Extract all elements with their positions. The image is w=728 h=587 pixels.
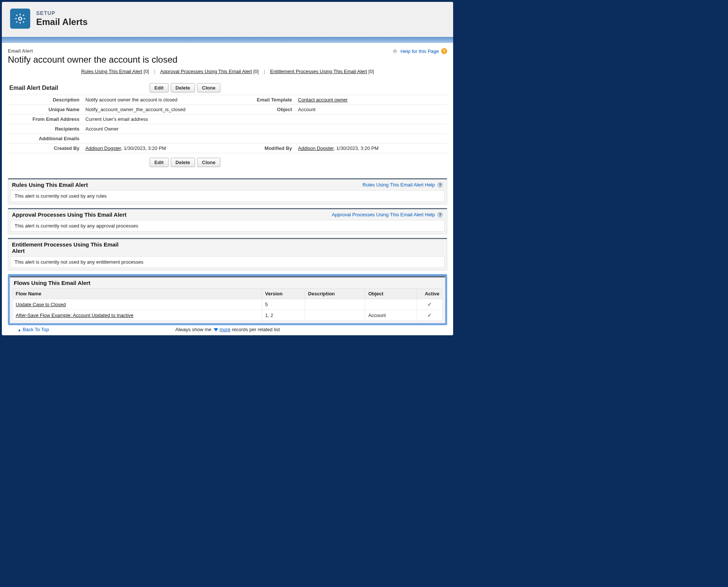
record-caption: Email Alert xyxy=(8,48,178,54)
page-title: Email Alerts xyxy=(36,17,88,27)
flows-highlight-frame: Flows Using This Email Alert Flow Name V… xyxy=(8,274,447,325)
delete-button[interactable]: Delete xyxy=(171,83,195,92)
back-to-top-link[interactable]: Back To Top xyxy=(23,327,49,332)
additional-emails-label: Additional Emails xyxy=(8,134,82,144)
modified-by-user-link[interactable]: Addison Dogster xyxy=(298,145,333,151)
modified-by-label: Modified By xyxy=(220,144,295,153)
setup-gear-icon xyxy=(10,9,30,29)
related-rules-title: Rules Using This Email Alert xyxy=(12,182,88,188)
detail-header: Email Alert Detail xyxy=(8,85,150,91)
content-area: Email Alert Notify account owner the acc… xyxy=(2,43,453,335)
anchor-rules-count: [0] xyxy=(144,69,149,74)
table-row: Update Case to Closed 5 ✓ xyxy=(13,299,443,310)
object-label: Object xyxy=(220,105,295,114)
back-to-top-icon: ▲ xyxy=(18,328,21,332)
related-entitlement-msg: This alert is currently not used by any … xyxy=(10,256,445,268)
anchor-approval[interactable]: Approval Processes Using This Email Aler… xyxy=(160,69,252,74)
clone-button-bottom[interactable]: Clone xyxy=(197,158,220,167)
clone-button[interactable]: Clone xyxy=(197,83,220,92)
col-object[interactable]: Object xyxy=(365,289,417,299)
flow-active-check: ✓ xyxy=(417,310,442,321)
description-value: Notify account owner the account is clos… xyxy=(82,95,220,105)
edit-button[interactable]: Edit xyxy=(150,83,169,92)
flow-object: Account xyxy=(365,310,417,321)
table-row: After-Save Flow Example: Account Updated… xyxy=(13,310,443,321)
flow-name-link[interactable]: Update Case to Closed xyxy=(16,302,66,307)
setup-label: SETUP xyxy=(36,10,88,16)
page-header: SETUP Email Alerts xyxy=(2,2,453,37)
delete-button-bottom[interactable]: Delete xyxy=(171,158,195,167)
related-rules-help-link[interactable]: Rules Using This Email Alert Help xyxy=(363,182,435,188)
col-active[interactable]: Active xyxy=(417,289,442,299)
related-entitlement-title: Entitlement Processes Using This Email A… xyxy=(12,241,131,254)
related-approval-msg: This alert is currently not used by any … xyxy=(10,220,445,232)
help-icon[interactable]: ? xyxy=(437,182,443,188)
recipients-label: Recipients xyxy=(8,124,82,134)
created-by-date: , 1/30/2023, 3:20 PM xyxy=(121,145,166,151)
help-icon[interactable]: ? xyxy=(441,48,447,54)
related-approval-help-link[interactable]: Approval Processes Using This Email Aler… xyxy=(332,212,435,217)
related-rules-msg: This alert is currently not used by any … xyxy=(10,190,445,202)
modified-by-date: , 1/30/2023, 3:20 PM xyxy=(333,145,379,151)
flow-description xyxy=(305,299,365,310)
col-description[interactable]: Description xyxy=(305,289,365,299)
app-shell: SETUP Email Alerts Email Alert Notify ac… xyxy=(2,2,453,335)
flows-title: Flows Using This Email Alert xyxy=(14,280,90,286)
edit-button-bottom[interactable]: Edit xyxy=(150,158,169,167)
header-gradient xyxy=(2,37,453,43)
related-rules: Rules Using This Email Alert Rules Using… xyxy=(8,178,447,204)
col-flow-name[interactable]: Flow Name xyxy=(13,289,262,299)
created-by-user-link[interactable]: Addison Dogster xyxy=(85,145,121,151)
flow-object xyxy=(365,299,417,310)
page-help-link[interactable]: Help for this Page xyxy=(401,48,439,54)
unique-name-label: Unique Name xyxy=(8,105,82,114)
more-records-link[interactable]: more xyxy=(219,327,230,332)
recipients-value: Account Owner xyxy=(82,124,220,134)
email-template-link[interactable]: Contact account owner xyxy=(298,97,348,103)
object-value: Account xyxy=(295,105,447,114)
related-approval: Approval Processes Using This Email Aler… xyxy=(8,208,447,234)
related-approval-title: Approval Processes Using This Email Aler… xyxy=(12,211,126,218)
from-email-label: From Email Address xyxy=(8,114,82,124)
anchor-rules[interactable]: Rules Using This Email Alert xyxy=(81,69,142,74)
anchor-entitlement[interactable]: Entitlement Processes Using This Email A… xyxy=(270,69,367,74)
flow-version: 1, 2 xyxy=(262,310,305,321)
from-email-value: Current User's email address xyxy=(82,114,220,124)
col-version[interactable]: Version xyxy=(262,289,305,299)
svg-point-0 xyxy=(19,17,22,20)
flow-description xyxy=(305,310,365,321)
flow-active-check: ✓ xyxy=(417,299,442,310)
anchor-links: Rules Using This Email Alert [0] | Appro… xyxy=(8,69,447,74)
email-template-label: Email Template xyxy=(220,95,295,105)
dropdown-triangle-icon[interactable] xyxy=(214,328,218,332)
anchor-approval-count: [0] xyxy=(253,69,258,74)
created-by-label: Created By xyxy=(8,144,82,153)
svg-rect-3 xyxy=(393,51,396,53)
anchor-entitlement-count: [0] xyxy=(368,69,374,74)
flows-table: Flow Name Version Description Object Act… xyxy=(12,288,443,321)
related-entitlement: Entitlement Processes Using This Email A… xyxy=(8,238,447,270)
description-label: Description xyxy=(8,95,82,105)
record-title: Notify account owner the account is clos… xyxy=(8,54,178,65)
records-per-list: Always show me more records per related … xyxy=(175,327,280,332)
svg-rect-2 xyxy=(393,49,396,50)
flow-name-link[interactable]: After-Save Flow Example: Account Updated… xyxy=(16,313,134,318)
unique-name-value: Notify_account_owner_the_account_is_clos… xyxy=(82,105,220,114)
flow-version: 5 xyxy=(262,299,305,310)
detail-table: Description Notify account owner the acc… xyxy=(8,95,447,153)
printer-icon[interactable] xyxy=(392,48,398,54)
help-icon[interactable]: ? xyxy=(437,212,443,218)
additional-emails-value xyxy=(82,134,220,144)
